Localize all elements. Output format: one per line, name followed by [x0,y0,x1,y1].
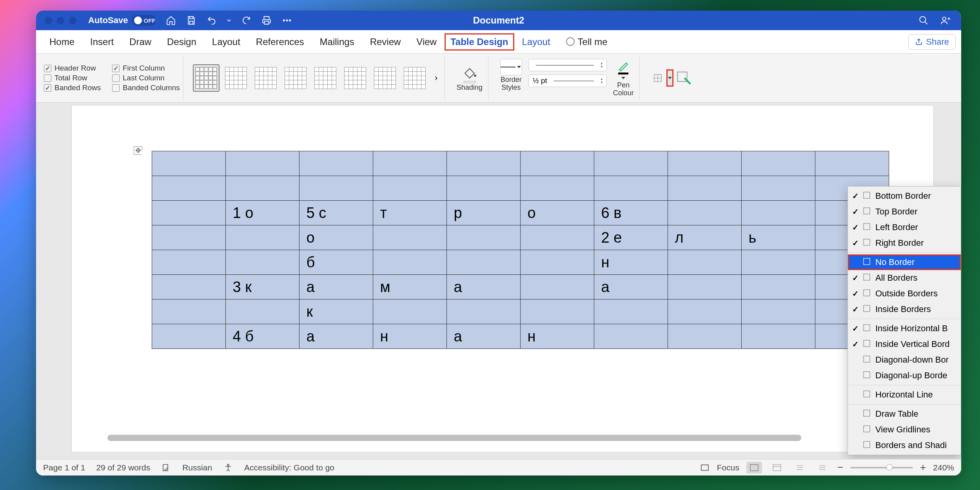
table-cell[interactable] [225,151,299,176]
border-line-weight[interactable]: ½ pt▲▼ [528,74,607,87]
table-cell[interactable]: 6 в [594,201,668,225]
table-cell[interactable]: а [594,275,668,299]
table-cell[interactable]: н [594,250,668,275]
table-cell[interactable] [152,299,225,324]
table-cell[interactable] [225,299,299,324]
undo-dropdown-icon[interactable] [227,15,231,26]
table-cell[interactable] [152,176,225,201]
tab-layout[interactable]: Layout [204,33,248,51]
table-style-7[interactable] [372,64,398,92]
table-style-3[interactable] [252,64,279,92]
table-cell[interactable] [668,299,741,324]
view-draft[interactable] [815,462,830,474]
menu-item[interactable]: ✓Inside Borders [848,301,961,317]
menu-item[interactable]: View Gridlines [848,422,961,437]
shading-button[interactable]: Shading [454,65,485,92]
table-move-handle[interactable]: ✥ [134,146,142,155]
table-cell[interactable]: к [299,299,373,324]
table-cell[interactable]: а [299,324,373,349]
table-cell[interactable] [668,176,741,201]
table-cell[interactable] [446,176,520,201]
tab-draw[interactable]: Draw [122,33,159,51]
table-style-8[interactable] [401,64,428,92]
table-cell[interactable]: а [446,275,520,299]
menu-item[interactable]: Horizontal Line [848,387,961,403]
table-cell[interactable] [668,324,741,349]
table-cell[interactable]: 5 с [299,201,373,225]
tab-insert[interactable]: Insert [82,33,122,51]
table-cell[interactable] [594,324,668,349]
tab-table-design[interactable]: Table Design [445,33,514,51]
zoom-out[interactable]: − [837,461,843,474]
table-cell[interactable] [741,250,815,275]
table-cell[interactable] [520,225,594,250]
table-cell[interactable] [373,250,446,275]
table-style-4[interactable] [282,64,309,92]
table-cell[interactable] [446,151,520,176]
table-cell[interactable] [741,324,815,349]
table-cell[interactable] [520,299,594,324]
table-cell[interactable] [373,176,446,201]
table-cell[interactable] [520,151,594,176]
table-cell[interactable] [741,299,815,324]
pen-colour-button[interactable]: Pen Colour [611,59,636,97]
table-cell[interactable] [152,151,225,176]
table-cell[interactable]: м [373,275,446,299]
print-icon[interactable] [261,15,272,26]
search-icon[interactable] [918,15,929,26]
zoom-slider[interactable] [850,467,913,468]
horizontal-scrollbar[interactable] [72,435,931,442]
chk-banded-rows[interactable]: Banded Rows [44,83,103,92]
table-cell[interactable] [373,299,446,324]
redo-icon[interactable] [241,15,252,26]
view-web[interactable] [769,462,785,474]
table-style-6[interactable] [342,64,368,92]
chk-first-column[interactable]: First Column [112,64,180,73]
tab-layout-table[interactable]: Layout [514,33,558,51]
table-cell[interactable] [520,250,594,275]
tab-design[interactable]: Design [159,33,204,51]
table-style-2[interactable] [223,64,249,92]
table-cell[interactable]: о [520,201,594,225]
tab-mailings[interactable]: Mailings [312,33,362,51]
table-cell[interactable] [446,225,520,250]
maximize-icon[interactable] [69,17,76,24]
table-cell[interactable] [299,151,373,176]
border-styles-button[interactable]: Border Styles [498,59,524,92]
table-cell[interactable] [373,151,446,176]
status-words[interactable]: 29 of 29 words [96,463,150,472]
menu-item[interactable]: ✓Inside Horizontal B [848,321,961,336]
status-a11y[interactable]: Accessibility: Good to go [244,463,334,472]
table-cell[interactable]: 4 б [225,324,299,349]
table-cell[interactable] [520,275,594,299]
table-cell[interactable] [668,250,741,275]
table-cell[interactable]: б [299,250,373,275]
table-cell[interactable] [594,176,668,201]
table-cell[interactable] [152,201,225,225]
table-cell[interactable]: т [373,201,446,225]
table-cell[interactable]: а [299,275,373,299]
table-cell[interactable] [741,275,815,299]
table-cell[interactable]: 2 е [594,225,668,250]
save-icon[interactable] [186,15,197,26]
chk-last-column[interactable]: Last Column [112,74,180,82]
document-table[interactable]: 1 о5 стро6 во2 ельбн3 камаак4 банан [142,151,889,349]
page[interactable]: ✥ 1 о5 стро6 во2 ельбн3 камаак4 банан [71,105,934,452]
table-cell[interactable] [225,176,299,201]
table-cell[interactable] [668,201,741,225]
status-page[interactable]: Page 1 of 1 [43,463,85,472]
close-icon[interactable] [45,17,52,24]
undo-icon[interactable] [206,15,217,26]
table-cell[interactable]: 3 к [225,275,299,299]
table-cell[interactable] [225,225,299,250]
menu-item[interactable]: Diagonal-down Bor [848,352,961,368]
menu-item[interactable]: ✓Bottom Border [848,188,961,204]
table-cell[interactable] [741,151,815,176]
menu-item[interactable]: Diagonal-up Borde [848,368,961,383]
tab-references[interactable]: References [248,33,312,51]
table-cell[interactable]: н [373,324,446,349]
view-outline[interactable] [792,462,808,474]
menu-item[interactable]: No Border [848,254,961,270]
table-cell[interactable] [446,299,520,324]
table-cell[interactable] [594,151,668,176]
